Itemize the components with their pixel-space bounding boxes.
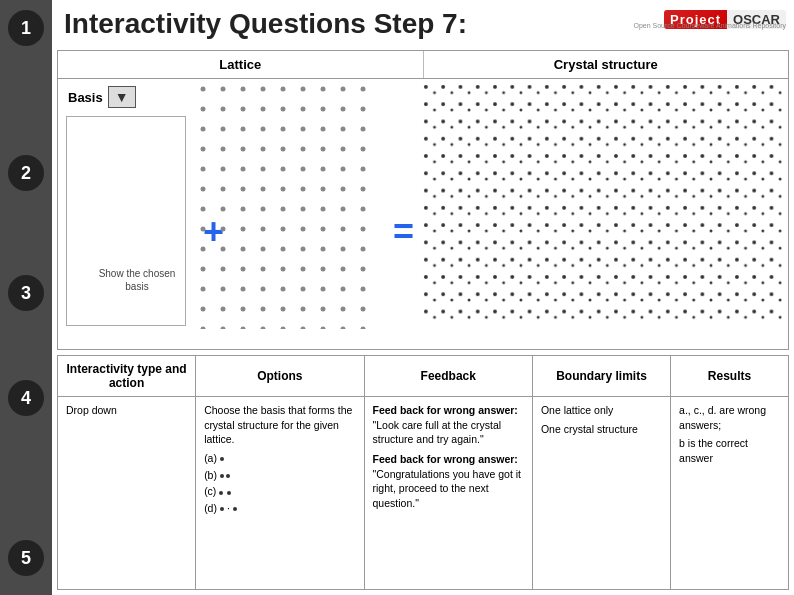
svg-rect-4 — [423, 84, 783, 324]
boundary-line1: One lattice only — [541, 403, 662, 418]
left-navigation-bar: 1 2 3 4 5 — [0, 0, 52, 595]
dot-a — [220, 457, 224, 461]
col-header-options: Options — [196, 356, 364, 396]
option-a: (a) — [204, 451, 355, 466]
logo-subtitle: Open Source Courseware Animations Reposi… — [633, 22, 786, 29]
lattice-dots-area — [193, 79, 373, 329]
basis-row: Basis ▼ — [68, 86, 136, 108]
cell-results: a., c., d. are wrong answers; b is the c… — [671, 397, 788, 589]
dot-d2 — [233, 507, 237, 511]
options-list: (a) (b) (c) (d) · — [204, 451, 355, 518]
type-value: Drop down — [66, 403, 187, 418]
basis-label: Basis — [68, 90, 103, 105]
bottom-table: Interactivity type and action Options Fe… — [57, 355, 789, 590]
crystal-header: Crystal structure — [424, 51, 789, 78]
logo-area: Project OSCAR Open Source Courseware Ani… — [614, 0, 794, 38]
feedback-wrong-2-label: Feed back for wrong answer: — [373, 453, 518, 465]
feedback-wrong-2: Feed back for wrong answer: "Congratulat… — [373, 452, 524, 511]
option-c: (c) — [204, 484, 355, 499]
col-header-results: Results — [671, 356, 788, 396]
cell-feedback: Feed back for wrong answer: "Look care f… — [365, 397, 533, 589]
diagram-headers: Lattice Crystal structure — [58, 51, 788, 79]
dot-c2 — [227, 491, 231, 495]
boundary-line2: One crystal structure — [541, 422, 662, 437]
option-d: (d) · — [204, 501, 355, 516]
option-b: (b) — [204, 468, 355, 483]
feedback-wrong-1-label: Feed back for wrong answer: — [373, 404, 518, 416]
dot-b1 — [220, 474, 224, 478]
col-header-boundary: Boundary limits — [533, 356, 671, 396]
show-basis-label: Show the chosen basis — [87, 267, 187, 293]
cell-options: Choose the basis that forms the crystal … — [196, 397, 364, 589]
lattice-svg — [193, 79, 373, 329]
step-4-circle: 4 — [8, 380, 44, 416]
col-header-type: Interactivity type and action — [58, 356, 196, 396]
col-header-feedback: Feedback — [365, 356, 533, 396]
title-area: Interactivity Questions Step 7: — [52, 8, 604, 40]
step-2-circle: 2 — [8, 155, 44, 191]
crystal-dots-area — [423, 79, 783, 329]
lattice-header: Lattice — [58, 51, 424, 78]
equals-sign: = — [393, 211, 414, 253]
page-title: Interactivity Questions Step 7: — [64, 8, 604, 40]
step-5-circle: 5 — [8, 540, 44, 576]
options-intro: Choose the basis that forms the crystal … — [204, 403, 355, 447]
step-1-circle: 1 — [8, 10, 44, 46]
dot-b2 — [226, 474, 230, 478]
cell-type: Drop down — [58, 397, 196, 589]
table-header-row: Interactivity type and action Options Fe… — [58, 356, 788, 397]
basis-dropdown[interactable]: ▼ — [108, 86, 136, 108]
cell-boundary: One lattice only One crystal structure — [533, 397, 671, 589]
feedback-wrong-1: Feed back for wrong answer: "Look care f… — [373, 403, 524, 447]
diagram-area: Lattice Crystal structure Basis ▼ Show t… — [57, 50, 789, 350]
svg-rect-1 — [193, 79, 373, 329]
feedback-wrong-1-text: "Look care full at the crystal structure… — [373, 419, 502, 446]
results-line1: a., c., d. are wrong answers; — [679, 403, 780, 432]
dot-c1 — [219, 491, 223, 495]
basis-display-box: Show the chosen basis — [66, 116, 186, 326]
crystal-svg — [423, 79, 783, 329]
dropdown-arrow-icon: ▼ — [115, 89, 129, 105]
main-content: Project OSCAR Open Source Courseware Ani… — [52, 0, 794, 595]
results-line2: b is the correct answer — [679, 436, 780, 465]
step-3-circle: 3 — [8, 275, 44, 311]
dot-d1 — [220, 507, 224, 511]
table-body-row: Drop down Choose the basis that forms th… — [58, 397, 788, 589]
feedback-wrong-2-text: "Congratulations you have got it right, … — [373, 468, 522, 509]
